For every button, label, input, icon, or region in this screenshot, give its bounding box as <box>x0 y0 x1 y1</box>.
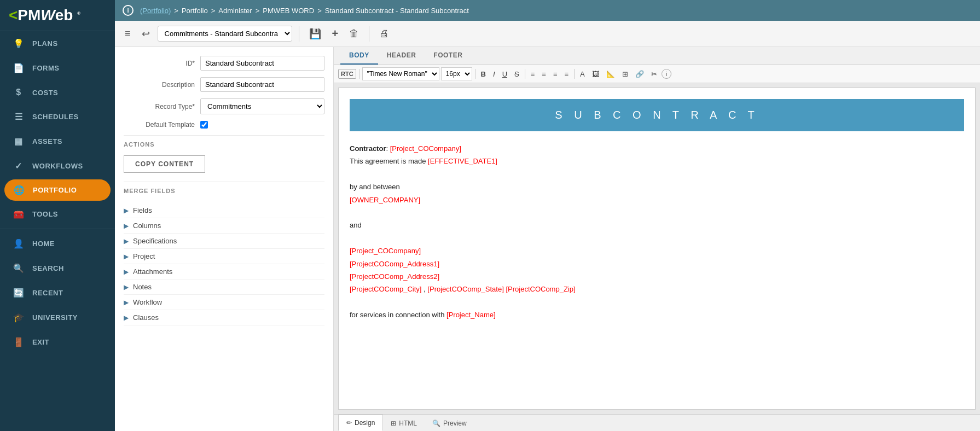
cut-button[interactable]: ✂ <box>648 68 660 80</box>
tab-design[interactable]: ✏ Design <box>338 415 383 431</box>
sidebar-item-home[interactable]: 👤 HOME <box>0 231 115 256</box>
schedules-icon: ☰ <box>13 112 25 122</box>
bold-button[interactable]: B <box>478 68 489 80</box>
form-panel: ID* Description Record Type* Commitments <box>115 47 334 431</box>
html-icon: ⊞ <box>391 420 396 427</box>
merge-clauses-item[interactable]: ▶ Clauses <box>124 310 324 325</box>
description-input[interactable] <box>200 77 324 92</box>
merge-attachments-item[interactable]: ▶ Attachments <box>124 264 324 279</box>
rte-sep <box>359 69 359 79</box>
arrow-icon: ▶ <box>124 207 129 214</box>
highlight-button[interactable]: A <box>577 68 588 80</box>
rte-sep-4 <box>574 69 575 79</box>
font-family-select[interactable]: "Times New Roman" <box>362 67 439 80</box>
tab-footer[interactable]: FOOTER <box>425 47 471 65</box>
sidebar-item-label: FORMS <box>32 64 59 72</box>
font-size-select[interactable]: 16px <box>441 67 472 80</box>
tab-html[interactable]: ⊞ HTML <box>383 415 425 431</box>
city-state-zip-line: [ProjectCOComp_City] , [ProjectCOComp_St… <box>350 283 964 295</box>
sidebar-item-schedules[interactable]: ☰ SCHEDULES <box>0 104 115 129</box>
and-line: and <box>350 219 964 231</box>
sidebar-item-recent[interactable]: 🔄 RECENT <box>0 281 115 305</box>
breadcrumb-sep: > <box>174 7 178 15</box>
sidebar-item-portfolio[interactable]: 🌐 PORTFOLIO <box>4 179 111 201</box>
arrow-icon: ▶ <box>124 253 129 260</box>
merge-specifications-item[interactable]: ▶ Specifications <box>124 234 324 249</box>
preview-icon: 🔍 <box>432 420 440 427</box>
rte-source-button[interactable]: RTC <box>338 69 356 79</box>
sidebar-item-search[interactable]: 🔍 SEARCH <box>0 256 115 281</box>
justify-button[interactable]: ≡ <box>561 68 571 80</box>
co-company-line: [Project_COCompany] <box>350 244 964 257</box>
university-icon: 🎓 <box>13 312 25 323</box>
sidebar-item-tools[interactable]: 🧰 TOOLS <box>0 202 115 226</box>
sidebar-item-forms[interactable]: 📄 FORMS <box>0 56 115 80</box>
crop-button[interactable]: 📐 <box>604 68 618 80</box>
merge-fields-header: MERGE FIELDS <box>124 182 324 197</box>
content-area[interactable]: S U B C O N T R A C T Contractor: [Proje… <box>338 88 976 410</box>
merge-state: [ProjectCOComp_State] <box>427 285 503 293</box>
add-button[interactable]: + <box>329 25 342 42</box>
copy-content-button[interactable]: COPY CONTENT <box>124 155 205 173</box>
sidebar-item-costs[interactable]: $ COSTS <box>0 80 115 104</box>
sidebar-item-plans[interactable]: 💡 PLANS <box>0 31 115 56</box>
portfolio-icon: 🌐 <box>13 185 25 195</box>
costs-icon: $ <box>13 88 25 97</box>
by-between-line: by and between <box>350 180 964 193</box>
record-type-row: Record Type* Commitments <box>124 98 324 114</box>
search-icon: 🔍 <box>13 263 25 273</box>
print-button[interactable]: 🖨 <box>376 26 392 42</box>
owner-company-line: [OWNER_COMPANY] <box>350 194 964 206</box>
default-template-checkbox[interactable] <box>200 121 208 129</box>
arrow-icon: ▶ <box>124 314 129 322</box>
sidebar-item-workflows[interactable]: ✓ WORKFLOWS <box>0 154 115 178</box>
forms-icon: 📄 <box>13 63 25 73</box>
sidebar-item-assets[interactable]: ▦ ASSETS <box>0 129 115 154</box>
logo: <PMWeb ® <box>9 7 80 24</box>
merge-project-item[interactable]: ▶ Project <box>124 249 324 264</box>
tab-body[interactable]: BODY <box>340 47 378 65</box>
merge-columns-item[interactable]: ▶ Columns <box>124 218 324 234</box>
undo-button[interactable]: ↩ <box>138 26 153 42</box>
address1-line: [ProjectCOComp_Address1] <box>350 258 964 270</box>
sidebar-item-label: SCHEDULES <box>32 113 79 121</box>
sidebar-item-label: WORKFLOWS <box>32 162 83 170</box>
breadcrumb-portfolio-link[interactable]: (Portfolio) <box>140 7 171 15</box>
description-label: Description <box>124 81 195 89</box>
sidebar-item-label: ASSETS <box>32 137 62 145</box>
delete-button[interactable]: 🗑 <box>346 26 362 42</box>
sidebar-item-university[interactable]: 🎓 UNIVERSITY <box>0 305 115 330</box>
italic-button[interactable]: I <box>490 68 498 80</box>
image-button[interactable]: 🖼 <box>589 68 602 80</box>
merge-workflow-item[interactable]: ▶ Workflow <box>124 295 324 310</box>
merge-notes-item[interactable]: ▶ Notes <box>124 279 324 295</box>
arrow-icon: ▶ <box>124 299 129 306</box>
info-icon[interactable]: i <box>123 5 134 16</box>
sidebar-item-label: PLANS <box>32 39 58 48</box>
id-input[interactable] <box>200 56 324 71</box>
table-button[interactable]: ⊞ <box>619 68 631 80</box>
breadcrumb-bar: i (Portfolio) > Portfolio > Administer >… <box>115 0 980 21</box>
breadcrumb-item: Administer <box>218 7 252 15</box>
save-button[interactable]: 💾 <box>306 26 324 42</box>
list-button[interactable]: ≡ <box>121 26 134 42</box>
align-left-button[interactable]: ≡ <box>528 68 538 80</box>
link-button[interactable]: 🔗 <box>633 68 647 80</box>
plans-icon: 💡 <box>13 38 25 49</box>
strikethrough-button[interactable]: S <box>512 68 522 80</box>
underline-button[interactable]: U <box>500 68 510 80</box>
document-content[interactable]: Contractor: [Project_COCompany] This agr… <box>350 142 964 321</box>
tab-preview[interactable]: 🔍 Preview <box>425 415 474 431</box>
rte-sep-3 <box>525 69 525 79</box>
sidebar-item-label: SEARCH <box>32 264 64 272</box>
merge-fields-item[interactable]: ▶ Fields <box>124 203 324 218</box>
template-dropdown[interactable]: Commitments - Standard Subcontra <box>158 26 292 42</box>
align-center-button[interactable]: ≡ <box>539 68 549 80</box>
sidebar-item-exit[interactable]: 🚪 EXIT <box>0 330 115 354</box>
align-right-button[interactable]: ≡ <box>550 68 560 80</box>
tab-header[interactable]: HEADER <box>378 47 425 65</box>
info-button[interactable]: i <box>662 69 671 79</box>
record-type-select[interactable]: Commitments <box>200 98 324 114</box>
services-line: for services in connection with [Project… <box>350 308 964 321</box>
subcontract-title: S U B C O N T R A C T <box>350 99 964 131</box>
